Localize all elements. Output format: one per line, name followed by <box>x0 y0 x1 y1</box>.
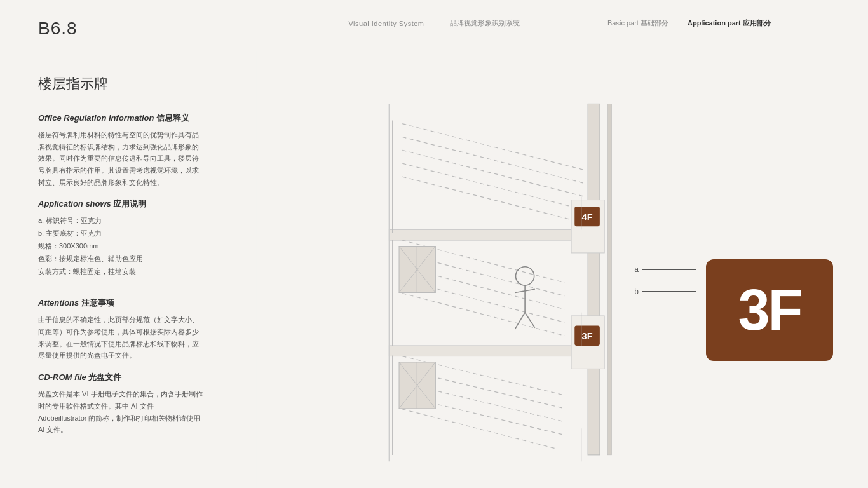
floor-sign-large: 3F <box>706 259 833 361</box>
vi-label-cn: 品牌视觉形象识别系统 <box>450 18 520 28</box>
section1-heading: Office Regulation Information 信息释义 <box>38 112 203 124</box>
section1-body: 楼层符号牌利用材料的特性与空间的优势制作具有品牌视觉特征的标识牌结构，力求达到强… <box>38 129 203 188</box>
content: 楼层指示牌 Office Regulation Information 信息释义… <box>0 51 868 488</box>
label-a-line <box>642 269 696 270</box>
svg-rect-10 <box>389 229 588 240</box>
divider-line <box>38 288 140 288</box>
header-center-top-line <box>307 13 561 13</box>
svg-text:4F: 4F <box>582 212 593 222</box>
list-item: 色彩：按规定标准色、辅助色应用 <box>38 253 203 266</box>
header-center: Visual Identity System 品牌视觉形象识别系统 <box>307 13 561 28</box>
section4-body: 光盘文件是本 VI 手册电子文件的集合，内含手册制作时的专用软件格式文件。其中 … <box>38 388 203 436</box>
section4-heading: CD-ROM file 光盘文件 <box>38 372 203 383</box>
section2-heading-en: Application shows <box>38 199 111 208</box>
right-panel: 4F <box>241 51 868 488</box>
vi-label-en: Visual Identity System <box>348 20 424 27</box>
label-b-line <box>642 291 696 292</box>
section3-heading-cn: 注意事项 <box>81 298 114 308</box>
label-b-text: b <box>634 287 639 296</box>
left-panel: 楼层指示牌 Office Regulation Information 信息释义… <box>0 51 241 488</box>
svg-rect-4 <box>607 104 611 454</box>
section4-heading-cn: 光盘文件 <box>88 372 121 382</box>
section3-heading-en: Attentions <box>38 298 79 308</box>
list-item: a, 标识符号：亚克力 <box>38 215 203 227</box>
header-right: Basic part 基础部分 Application part 应用部分 <box>607 13 830 28</box>
header-right-labels: Basic part 基础部分 Application part 应用部分 <box>607 18 830 28</box>
section1-heading-en: Office Regulation Information <box>38 113 154 123</box>
list-item: 安装方式：螺柱固定，挂墙安装 <box>38 266 203 278</box>
page: B6.8 Visual Identity System 品牌视觉形象识别系统 B… <box>0 0 868 488</box>
section-top-line <box>38 64 203 64</box>
svg-rect-28 <box>389 346 588 356</box>
svg-rect-3 <box>588 104 600 454</box>
page-number: B6.8 <box>38 18 203 39</box>
header-right-top-line <box>607 13 830 13</box>
header-left: B6.8 <box>38 13 203 39</box>
section2-heading-cn: 应用说明 <box>113 199 146 208</box>
svg-text:3F: 3F <box>582 331 593 341</box>
label-a-container: a <box>634 265 696 274</box>
section1-heading-cn: 信息释义 <box>156 113 189 123</box>
label-b-container: b <box>634 287 696 296</box>
basic-part-label: Basic part 基础部分 <box>607 18 668 28</box>
label-a-text: a <box>634 265 639 274</box>
section4-heading-en: CD-ROM file <box>38 372 86 382</box>
floor-sign-large-text: 3F <box>738 278 801 343</box>
section2-list: a, 标识符号：亚克力 b, 主要底材：亚克力 规格：300X300mm 色彩：… <box>38 215 203 278</box>
section2-heading: Application shows 应用说明 <box>38 198 203 210</box>
header: B6.8 Visual Identity System 品牌视觉形象识别系统 B… <box>0 0 868 51</box>
header-top-line <box>38 13 203 13</box>
list-item: 规格：300X300mm <box>38 240 203 253</box>
header-center-content: Visual Identity System 品牌视觉形象识别系统 <box>348 18 519 28</box>
page-title: 楼层指示牌 <box>38 74 203 93</box>
application-part-label: Application part 应用部分 <box>688 18 771 28</box>
section3-body: 由于信息的不确定性，此页部分规范（如文字大小、间距等）可作为参考使用，具体可根据… <box>38 314 203 362</box>
list-item: b, 主要底材：亚克力 <box>38 227 203 240</box>
section3-heading: Attentions 注意事项 <box>38 297 203 309</box>
